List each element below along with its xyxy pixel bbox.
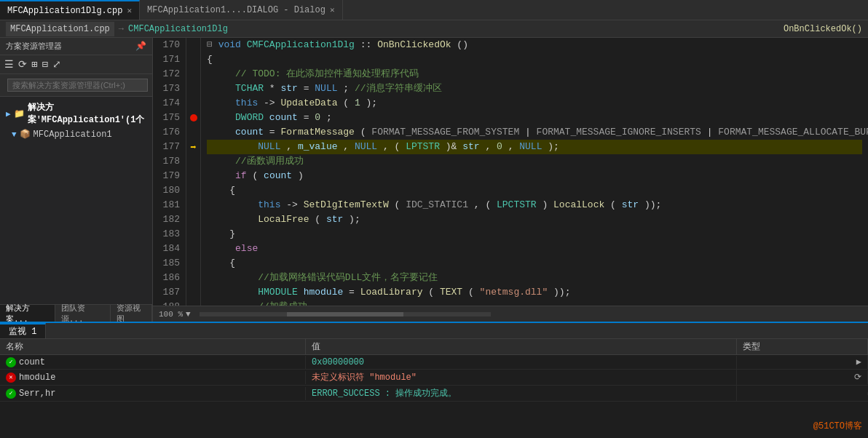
project-expand-icon: ▼ xyxy=(12,130,17,139)
watch-icon-count: ✓ xyxy=(6,357,16,367)
scroll-indicator[interactable] xyxy=(200,312,491,316)
code-line-173: TCHAR * str = NULL ; //消息字符串缓冲区 xyxy=(207,81,862,96)
sidebar-tab-resource[interactable]: 资源视图 xyxy=(111,305,153,322)
sidebar: 方案资源管理器 📌 ☰ ⟳ ⊞ ⊟ ⤢ ▶ 📁 解决方案'MFCApplicat… xyxy=(0,38,153,322)
sidebar-toolbar: ☰ ⟳ ⊞ ⊟ ⤢ xyxy=(0,55,152,74)
watch-type-serr xyxy=(737,392,868,395)
editor-statusbar: 100 % ▼ xyxy=(153,306,868,322)
watch-name-serr: ✓ Serr,hr xyxy=(0,387,306,400)
code-line-187: HMODULE hmodule = LoadLibrary ( TEXT ( "… xyxy=(207,285,862,300)
current-line-arrow: ➡ xyxy=(190,141,196,154)
project-icon: 📦 xyxy=(20,129,31,140)
sidebar-tab-team[interactable]: 团队资源... xyxy=(55,305,111,322)
nav-arrow-icon: → xyxy=(119,24,124,34)
watch-value-count: 0x00000000 xyxy=(306,356,737,369)
watch-icon-serr: ✓ xyxy=(6,389,16,399)
breakpoint-175[interactable] xyxy=(190,114,197,122)
toolbar-icon-2[interactable]: ⟳ xyxy=(18,58,27,71)
code-editor: 170 171 172 173 174 175 176 177 178 179 … xyxy=(153,38,868,322)
tab-bar: MFCApplication1Dlg.cpp ✕ MFCApplication1… xyxy=(0,0,868,20)
code-lines[interactable]: ⊟ void CMFCApplication1Dlg :: OnBnClicke… xyxy=(201,38,868,306)
watch-row-hmodule[interactable]: ✕ hmodule 未定义标识符 "hmodule" ⟳ xyxy=(0,370,868,386)
code-line-185: { xyxy=(207,256,862,271)
watch-type-count: ▶ xyxy=(737,355,868,369)
code-line-176: count = FormatMessage ( FORMAT_MESSAGE_F… xyxy=(207,125,862,140)
code-line-183: } xyxy=(207,227,862,242)
code-line-184: else xyxy=(207,242,862,256)
code-line-179: if ( count ) xyxy=(207,169,862,183)
zoom-control[interactable]: 100 % ▼ xyxy=(159,310,191,319)
indicator-column: ➡ xyxy=(186,38,201,306)
watch-value-hmodule: 未定义标识符 "hmodule" xyxy=(306,370,737,385)
watch-name-count: ✓ count xyxy=(0,356,306,369)
zoom-dropdown-icon[interactable]: ▼ xyxy=(186,310,191,319)
nav-class[interactable]: CMFCApplication1Dlg xyxy=(128,24,228,34)
toolbar-icon-3[interactable]: ⊞ xyxy=(31,58,37,71)
sidebar-tabs: 解决方案... 团队资源... 资源视图 xyxy=(0,304,152,322)
toolbar-icon-4[interactable]: ⊟ xyxy=(42,58,47,71)
col-value-header: 值 xyxy=(306,339,737,354)
sidebar-header: 方案资源管理器 📌 xyxy=(0,38,152,55)
code-line-180: { xyxy=(207,183,862,198)
col-type-header: 类型 xyxy=(737,339,868,354)
code-line-170: ⊟ void CMFCApplication1Dlg :: OnBnClicke… xyxy=(207,38,862,52)
watermark: @51CTO博客 xyxy=(813,420,862,432)
watch-header: 名称 值 类型 xyxy=(0,339,868,355)
code-line-178: //函数调用成功 xyxy=(207,154,862,169)
code-line-175: DWORD count = 0 ; xyxy=(207,111,862,125)
zoom-value: 100 % xyxy=(159,310,183,319)
nav-method[interactable]: OnBnClickedOk() xyxy=(784,24,862,34)
code-line-172: // TODO: 在此添加控件通知处理程序代码 xyxy=(207,67,862,81)
main-area: 方案资源管理器 📌 ☰ ⟳ ⊞ ⊟ ⤢ ▶ 📁 解决方案'MFCApplicat… xyxy=(0,38,868,322)
watch-type-hmodule: ⟳ xyxy=(737,370,868,384)
nav-bar: MFCApplication1.cpp → CMFCApplication1Dl… xyxy=(0,20,868,38)
tab-mfcapplication1-dialog[interactable]: MFCApplication1....DIALOG - Dialog ✕ xyxy=(140,0,342,20)
watch-row-count[interactable]: ✓ count 0x00000000 ▶ xyxy=(0,355,868,370)
code-line-186: //加载网络错误代码DLL文件，名字要记住 xyxy=(207,271,862,285)
code-line-171: { xyxy=(207,52,862,67)
code-line-188: //加载成功 xyxy=(207,300,862,306)
watch-panel: 监视 1 名称 值 类型 ✓ count 0x00000000 xyxy=(0,322,868,438)
solution-icon: ▶ xyxy=(6,109,11,119)
watch-name-hmodule: ✕ hmodule xyxy=(0,371,306,384)
sidebar-tree: ▶ 📁 解决方案'MFCApplication1'(1个 ▼ 📦 MFCAppl… xyxy=(0,97,152,304)
code-content[interactable]: 170 171 172 173 174 175 176 177 178 179 … xyxy=(153,38,868,306)
tree-item-solution[interactable]: ▶ 📁 解决方案'MFCApplication1'(1个 xyxy=(0,100,152,127)
watch-tab-1[interactable]: 监视 1 xyxy=(0,323,46,338)
sidebar-search-input[interactable] xyxy=(7,79,148,92)
watch-value-serr: ERROR_SUCCESS : 操作成功完成。 xyxy=(306,386,737,401)
close-tab2-icon[interactable]: ✕ xyxy=(330,5,335,15)
sidebar-tab-solution[interactable]: 解决方案... xyxy=(0,305,55,322)
watch-table: 名称 值 类型 ✓ count 0x00000000 ▶ xyxy=(0,339,868,438)
tree-item-project[interactable]: ▼ 📦 MFCApplication1 xyxy=(0,127,152,141)
watch-expand-count[interactable]: ▶ xyxy=(856,357,861,367)
line-numbers: 170 171 172 173 174 175 176 177 178 179 … xyxy=(153,38,186,306)
toolbar-icon-5[interactable]: ⤢ xyxy=(52,58,61,71)
watch-row-serr[interactable]: ✓ Serr,hr ERROR_SUCCESS : 操作成功完成。 xyxy=(0,386,868,402)
search-container xyxy=(0,74,152,97)
code-line-177: NULL , m_value , NULL , ( LPTSTR )& str … xyxy=(207,140,862,154)
toolbar-icon-1[interactable]: ☰ xyxy=(4,58,14,71)
code-line-181: this -> SetDlgItemTextW ( IDC_STATIC1 , … xyxy=(207,198,862,212)
watch-refresh-hmodule[interactable]: ⟳ xyxy=(854,372,861,383)
col-name-header: 名称 xyxy=(0,339,306,354)
tab-mfcapplication1dlg-cpp[interactable]: MFCApplication1Dlg.cpp ✕ xyxy=(0,0,140,20)
code-line-182: LocalFree ( str ); xyxy=(207,212,862,227)
close-tab-icon[interactable]: ✕ xyxy=(127,6,132,15)
nav-file[interactable]: MFCApplication1.cpp xyxy=(6,22,114,36)
watch-tabs: 监视 1 xyxy=(0,323,868,339)
sidebar-pin-icon[interactable]: 📌 xyxy=(135,41,146,52)
watch-icon-hmodule: ✕ xyxy=(6,373,16,383)
code-line-174: this -> UpdateData ( 1 ); xyxy=(207,96,862,111)
solution-folder-icon: 📁 xyxy=(14,108,25,119)
